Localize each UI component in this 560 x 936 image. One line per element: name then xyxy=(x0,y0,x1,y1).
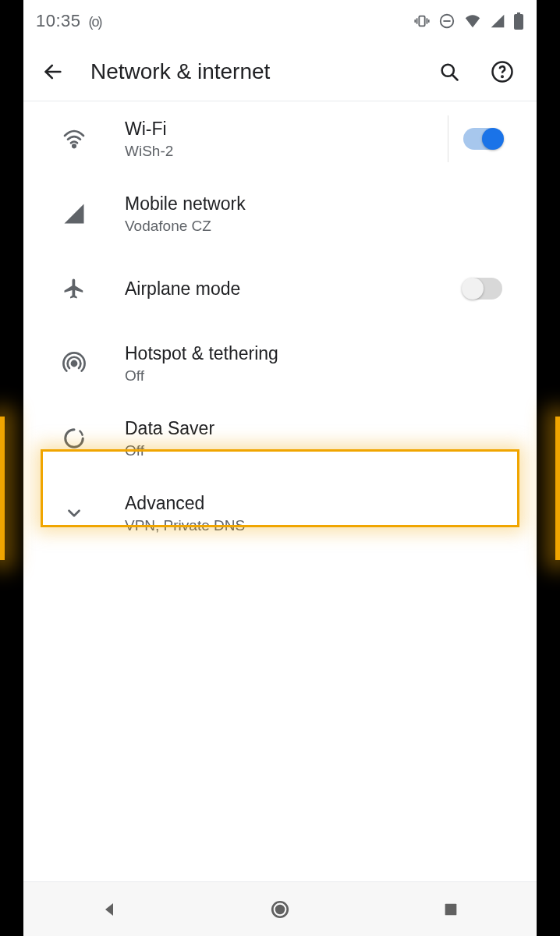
svg-rect-0 xyxy=(419,16,424,27)
hotspot-indicator-icon: (o) xyxy=(89,14,101,30)
airplane-mode-label: Airplane mode xyxy=(125,278,448,300)
back-button[interactable] xyxy=(37,56,69,87)
advanced-row[interactable]: Advanced VPN, Private DNS xyxy=(23,476,537,551)
nav-home-button[interactable] xyxy=(257,886,303,933)
hotspot-sub: Off xyxy=(125,367,518,385)
divider xyxy=(448,115,448,162)
svg-rect-7 xyxy=(517,12,520,14)
chevron-down-icon xyxy=(23,503,125,523)
svg-point-13 xyxy=(502,76,503,77)
svg-point-14 xyxy=(73,145,75,147)
page-title: Network & internet xyxy=(90,59,412,84)
svg-rect-18 xyxy=(445,903,457,915)
hotspot-label: Hotspot & tethering xyxy=(125,343,518,364)
cellular-status-icon xyxy=(490,13,505,29)
svg-point-17 xyxy=(276,906,284,913)
device-frame: 10:35 (o) xyxy=(23,0,537,936)
mobile-network-label: Mobile network xyxy=(125,193,518,214)
data-saver-sub: Off xyxy=(125,442,518,459)
help-button[interactable] xyxy=(487,56,518,87)
settings-list: Wi-Fi WiSh-2 Mobile network Vodafone CZ xyxy=(23,101,537,881)
hotspot-icon xyxy=(23,351,125,376)
mobile-network-icon xyxy=(23,202,125,225)
mobile-network-row[interactable]: Mobile network Vodafone CZ xyxy=(23,176,537,251)
airplane-mode-toggle[interactable] xyxy=(463,278,502,300)
data-saver-row[interactable]: Data Saver Off xyxy=(23,401,537,476)
advanced-label: Advanced xyxy=(125,493,518,514)
app-bar: Network & internet xyxy=(23,42,537,101)
do-not-disturb-icon xyxy=(438,12,455,30)
nav-back-button[interactable] xyxy=(86,886,133,933)
wifi-toggle[interactable] xyxy=(463,128,502,150)
svg-line-11 xyxy=(452,74,458,80)
mobile-network-sub: Vodafone CZ xyxy=(125,218,518,235)
svg-rect-8 xyxy=(514,14,523,30)
svg-point-15 xyxy=(72,361,76,366)
search-button[interactable] xyxy=(434,56,465,87)
airplane-mode-row[interactable]: Airplane mode xyxy=(23,251,537,326)
vibrate-icon xyxy=(413,12,431,30)
wifi-sub: WiSh-2 xyxy=(125,143,448,160)
status-clock: 10:35 xyxy=(36,11,81,31)
wifi-icon xyxy=(23,126,125,151)
hotspot-row[interactable]: Hotspot & tethering Off xyxy=(23,326,537,401)
wifi-status-icon xyxy=(463,12,482,30)
nav-recents-button[interactable] xyxy=(427,886,474,933)
wifi-label: Wi-Fi xyxy=(125,119,448,140)
airplane-icon xyxy=(23,277,125,300)
data-saver-label: Data Saver xyxy=(125,418,518,439)
highlight-right-bar xyxy=(555,417,560,560)
highlight-left-bar xyxy=(0,417,5,560)
battery-status-icon xyxy=(513,12,524,30)
wifi-row[interactable]: Wi-Fi WiSh-2 xyxy=(23,101,537,176)
system-nav-bar xyxy=(23,881,537,936)
data-saver-icon xyxy=(23,427,125,450)
status-bar: 10:35 (o) xyxy=(23,0,537,42)
advanced-sub: VPN, Private DNS xyxy=(125,517,518,534)
